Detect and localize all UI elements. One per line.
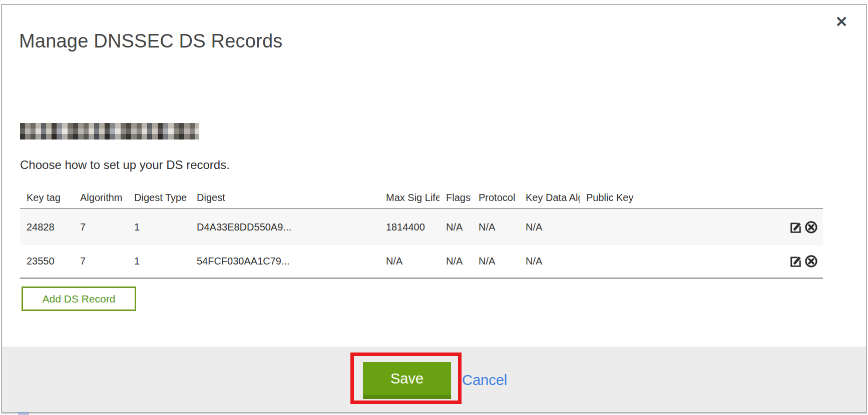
cell-key-tag: 24828 [20, 208, 74, 245]
cancel-link[interactable]: Cancel [462, 372, 507, 388]
cell-algorithm: 7 [74, 245, 128, 278]
edit-icon [789, 254, 802, 268]
delete-record-button[interactable] [804, 254, 818, 268]
table-row: 24828 7 1 D4A33E8DD550A9... 1814400 N/A … [20, 208, 823, 245]
dialog-title: Manage DNSSEC DS Records [19, 30, 282, 52]
redacted-domain-name [20, 123, 199, 140]
cell-actions [788, 245, 823, 278]
add-ds-record-label: Add DS Record [43, 293, 116, 305]
edit-icon [789, 220, 802, 234]
add-ds-record-button[interactable]: Add DS Record [22, 286, 136, 311]
cell-max-sig-life: N/A [379, 245, 440, 278]
cell-protocol: N/A [472, 245, 519, 278]
col-header-public-key: Public Key [580, 185, 788, 208]
cell-protocol: N/A [472, 208, 519, 245]
cell-public-key [580, 208, 788, 245]
col-header-flags: Flags [440, 185, 472, 208]
instruction-text: Choose how to set up your DS records. [20, 158, 230, 172]
close-button[interactable]: ✕ [831, 12, 851, 32]
cell-digest: 54FCF030AA1C79... [190, 245, 379, 278]
cell-algorithm: 7 [74, 208, 128, 245]
cell-digest-type: 1 [128, 245, 190, 278]
delete-icon [804, 254, 818, 268]
col-header-key-data-alg: Key Data Alg [519, 185, 580, 208]
cell-flags: N/A [440, 208, 472, 245]
close-icon: ✕ [835, 14, 847, 30]
cell-key-data-alg: N/A [519, 208, 580, 245]
col-header-digest-type: Digest Type [128, 185, 190, 208]
cell-digest-type: 1 [128, 208, 190, 245]
cell-digest: D4A33E8DD550A9... [190, 208, 379, 245]
edit-record-button[interactable] [788, 220, 802, 234]
delete-icon [804, 220, 818, 234]
table-header-row: Key tag Algorithm Digest Type Digest Max… [20, 185, 823, 208]
cell-public-key [580, 245, 788, 278]
cell-key-tag: 23550 [20, 245, 74, 278]
edit-record-button[interactable] [788, 254, 802, 268]
col-header-key-tag: Key tag [20, 185, 74, 208]
ds-records-table: Key tag Algorithm Digest Type Digest Max… [20, 185, 823, 279]
col-header-actions [788, 185, 823, 208]
cell-max-sig-life: 1814400 [379, 208, 440, 245]
table-row: 23550 7 1 54FCF030AA1C79... N/A N/A N/A … [20, 245, 823, 278]
col-header-algorithm: Algorithm [74, 185, 128, 208]
manage-dnssec-dialog: Manage DNSSEC DS Records ✕ Choose how to… [1, 4, 867, 414]
cell-flags: N/A [440, 245, 472, 278]
col-header-digest: Digest [190, 185, 379, 208]
save-button[interactable]: Save [363, 362, 451, 399]
col-header-max-sig-life: Max Sig Life [379, 185, 440, 208]
screenshot-artifact [18, 412, 29, 415]
cell-key-data-alg: N/A [519, 245, 580, 278]
col-header-protocol: Protocol [472, 185, 519, 208]
delete-record-button[interactable] [804, 220, 818, 234]
cell-actions [788, 208, 823, 245]
